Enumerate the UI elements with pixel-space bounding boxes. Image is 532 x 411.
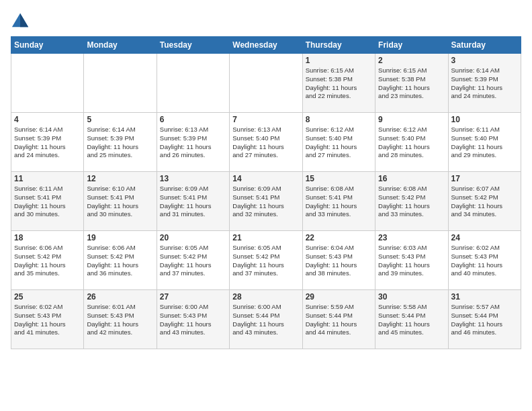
day-info: Sunrise: 5:59 AM Sunset: 5:44 PM Dayligh… <box>306 303 372 337</box>
day-cell: 11Sunrise: 6:11 AM Sunset: 5:41 PM Dayli… <box>11 172 84 231</box>
day-info: Sunrise: 6:15 AM Sunset: 5:38 PM Dayligh… <box>306 66 372 101</box>
day-cell: 25Sunrise: 6:02 AM Sunset: 5:43 PM Dayli… <box>11 290 84 349</box>
day-info: Sunrise: 6:15 AM Sunset: 5:38 PM Dayligh… <box>378 66 445 101</box>
day-number: 30 <box>378 292 445 302</box>
week-row-3: 11Sunrise: 6:11 AM Sunset: 5:41 PM Dayli… <box>11 172 521 231</box>
day-cell: 16Sunrise: 6:08 AM Sunset: 5:42 PM Dayli… <box>375 172 448 231</box>
day-cell: 4Sunrise: 6:14 AM Sunset: 5:39 PM Daylig… <box>11 113 84 172</box>
day-cell: 23Sunrise: 6:03 AM Sunset: 5:43 PM Dayli… <box>375 231 448 290</box>
day-number: 9 <box>378 115 445 124</box>
header-row: SundayMondayTuesdayWednesdayThursdayFrid… <box>11 37 521 54</box>
day-header-sunday: Sunday <box>11 37 84 54</box>
day-cell: 15Sunrise: 6:08 AM Sunset: 5:41 PM Dayli… <box>302 172 375 231</box>
day-info: Sunrise: 5:58 AM Sunset: 5:44 PM Dayligh… <box>378 303 445 337</box>
day-number: 20 <box>160 233 226 242</box>
day-cell: 31Sunrise: 5:57 AM Sunset: 5:44 PM Dayli… <box>448 290 521 349</box>
day-number: 1 <box>306 56 372 65</box>
day-info: Sunrise: 6:04 AM Sunset: 5:43 PM Dayligh… <box>306 244 372 278</box>
day-number: 6 <box>160 115 226 124</box>
day-number: 13 <box>160 174 226 183</box>
day-cell: 6Sunrise: 6:13 AM Sunset: 5:39 PM Daylig… <box>157 113 229 172</box>
day-info: Sunrise: 6:11 AM Sunset: 5:40 PM Dayligh… <box>451 126 518 160</box>
day-number: 31 <box>451 292 518 302</box>
day-info: Sunrise: 6:14 AM Sunset: 5:39 PM Dayligh… <box>87 126 153 160</box>
day-info: Sunrise: 6:13 AM Sunset: 5:39 PM Dayligh… <box>160 126 226 160</box>
day-number: 25 <box>14 292 81 302</box>
day-info: Sunrise: 6:03 AM Sunset: 5:43 PM Dayligh… <box>378 244 445 278</box>
day-number: 27 <box>160 292 226 302</box>
day-cell: 5Sunrise: 6:14 AM Sunset: 5:39 PM Daylig… <box>84 113 157 172</box>
day-number: 7 <box>232 115 299 124</box>
day-number: 11 <box>14 174 81 183</box>
day-cell: 18Sunrise: 6:06 AM Sunset: 5:42 PM Dayli… <box>11 231 84 290</box>
day-info: Sunrise: 6:12 AM Sunset: 5:40 PM Dayligh… <box>378 126 445 160</box>
day-info: Sunrise: 6:08 AM Sunset: 5:42 PM Dayligh… <box>378 185 445 219</box>
day-cell: 22Sunrise: 6:04 AM Sunset: 5:43 PM Dayli… <box>302 231 375 290</box>
day-cell <box>157 54 229 113</box>
day-number: 17 <box>451 174 518 183</box>
week-row-4: 18Sunrise: 6:06 AM Sunset: 5:42 PM Dayli… <box>11 231 521 290</box>
day-cell: 28Sunrise: 6:00 AM Sunset: 5:44 PM Dayli… <box>230 290 302 349</box>
day-number: 2 <box>378 56 445 65</box>
day-info: Sunrise: 6:02 AM Sunset: 5:43 PM Dayligh… <box>14 303 81 337</box>
day-number: 19 <box>87 233 153 242</box>
week-row-1: 1Sunrise: 6:15 AM Sunset: 5:38 PM Daylig… <box>11 54 521 113</box>
day-number: 21 <box>232 233 299 242</box>
day-header-tuesday: Tuesday <box>157 37 229 54</box>
logo-icon <box>11 11 30 30</box>
day-number: 18 <box>14 233 81 242</box>
day-info: Sunrise: 6:10 AM Sunset: 5:41 PM Dayligh… <box>87 185 153 219</box>
day-info: Sunrise: 6:02 AM Sunset: 5:43 PM Dayligh… <box>451 244 518 278</box>
day-info: Sunrise: 5:57 AM Sunset: 5:44 PM Dayligh… <box>451 303 518 337</box>
day-info: Sunrise: 6:08 AM Sunset: 5:41 PM Dayligh… <box>306 185 372 219</box>
day-cell: 21Sunrise: 6:05 AM Sunset: 5:42 PM Dayli… <box>230 231 302 290</box>
day-info: Sunrise: 6:14 AM Sunset: 5:39 PM Dayligh… <box>451 66 518 101</box>
day-cell: 24Sunrise: 6:02 AM Sunset: 5:43 PM Dayli… <box>448 231 521 290</box>
day-number: 16 <box>378 174 445 183</box>
day-cell <box>230 54 302 113</box>
day-header-saturday: Saturday <box>448 37 521 54</box>
svg-marker-1 <box>20 13 28 28</box>
day-cell: 19Sunrise: 6:06 AM Sunset: 5:42 PM Dayli… <box>84 231 157 290</box>
day-number: 14 <box>232 174 299 183</box>
header <box>11 11 521 30</box>
day-info: Sunrise: 6:13 AM Sunset: 5:40 PM Dayligh… <box>232 126 299 160</box>
day-info: Sunrise: 6:09 AM Sunset: 5:41 PM Dayligh… <box>232 185 299 219</box>
day-number: 8 <box>306 115 372 124</box>
day-number: 22 <box>306 233 372 242</box>
day-header-monday: Monday <box>84 37 157 54</box>
day-cell: 27Sunrise: 6:00 AM Sunset: 5:43 PM Dayli… <box>157 290 229 349</box>
logo <box>11 11 32 30</box>
day-cell: 29Sunrise: 5:59 AM Sunset: 5:44 PM Dayli… <box>302 290 375 349</box>
week-row-2: 4Sunrise: 6:14 AM Sunset: 5:39 PM Daylig… <box>11 113 521 172</box>
day-number: 15 <box>306 174 372 183</box>
calendar-table: SundayMondayTuesdayWednesdayThursdayFrid… <box>11 36 521 349</box>
day-number: 5 <box>87 115 153 124</box>
day-cell: 14Sunrise: 6:09 AM Sunset: 5:41 PM Dayli… <box>230 172 302 231</box>
day-info: Sunrise: 6:06 AM Sunset: 5:42 PM Dayligh… <box>87 244 153 278</box>
day-cell: 3Sunrise: 6:14 AM Sunset: 5:39 PM Daylig… <box>448 54 521 113</box>
day-cell: 1Sunrise: 6:15 AM Sunset: 5:38 PM Daylig… <box>302 54 375 113</box>
day-header-friday: Friday <box>375 37 448 54</box>
day-number: 3 <box>451 56 518 65</box>
day-cell: 2Sunrise: 6:15 AM Sunset: 5:38 PM Daylig… <box>375 54 448 113</box>
day-info: Sunrise: 6:12 AM Sunset: 5:40 PM Dayligh… <box>306 126 372 160</box>
day-info: Sunrise: 6:01 AM Sunset: 5:43 PM Dayligh… <box>87 303 153 337</box>
day-info: Sunrise: 6:00 AM Sunset: 5:44 PM Dayligh… <box>232 303 299 337</box>
day-info: Sunrise: 6:05 AM Sunset: 5:42 PM Dayligh… <box>232 244 299 278</box>
day-number: 23 <box>378 233 445 242</box>
day-cell: 7Sunrise: 6:13 AM Sunset: 5:40 PM Daylig… <box>230 113 302 172</box>
day-cell: 26Sunrise: 6:01 AM Sunset: 5:43 PM Dayli… <box>84 290 157 349</box>
day-info: Sunrise: 6:11 AM Sunset: 5:41 PM Dayligh… <box>14 185 81 219</box>
day-header-wednesday: Wednesday <box>230 37 302 54</box>
day-info: Sunrise: 6:07 AM Sunset: 5:42 PM Dayligh… <box>451 185 518 219</box>
page: SundayMondayTuesdayWednesdayThursdayFrid… <box>0 0 532 355</box>
day-cell <box>11 54 84 113</box>
day-cell: 30Sunrise: 5:58 AM Sunset: 5:44 PM Dayli… <box>375 290 448 349</box>
week-row-5: 25Sunrise: 6:02 AM Sunset: 5:43 PM Dayli… <box>11 290 521 349</box>
day-number: 26 <box>87 292 153 302</box>
day-number: 4 <box>14 115 81 124</box>
day-cell: 10Sunrise: 6:11 AM Sunset: 5:40 PM Dayli… <box>448 113 521 172</box>
day-info: Sunrise: 6:14 AM Sunset: 5:39 PM Dayligh… <box>14 126 81 160</box>
day-number: 10 <box>451 115 518 124</box>
